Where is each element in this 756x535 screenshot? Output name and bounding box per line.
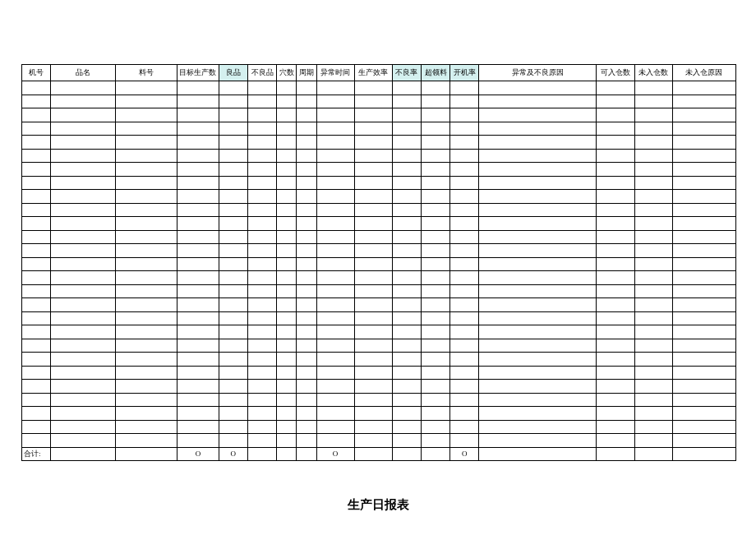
table-cell: [634, 298, 672, 312]
table-cell: [597, 393, 634, 407]
table-row: [22, 203, 736, 217]
table-cell: [297, 434, 316, 448]
totals-cell: [277, 447, 297, 461]
table-cell: [450, 339, 479, 353]
totals-cell: [392, 447, 421, 461]
table-cell: [177, 136, 219, 150]
table-cell: [22, 366, 51, 380]
table-cell: [479, 257, 597, 271]
table-cell: [22, 149, 51, 163]
table-cell: [316, 311, 354, 325]
table-cell: [219, 149, 247, 163]
table-cell: [177, 434, 219, 448]
table-cell: [277, 366, 297, 380]
table-cell: [177, 325, 219, 339]
table-cell: [392, 217, 421, 231]
table-cell: [597, 366, 634, 380]
table-cell: [354, 434, 392, 448]
table-cell: [116, 393, 177, 407]
table-cell: [219, 420, 247, 434]
table-cell: [392, 298, 421, 312]
table-cell: [51, 311, 116, 325]
table-cell: [247, 380, 276, 394]
table-cell: [116, 420, 177, 434]
table-cell: [177, 230, 219, 244]
table-cell: [116, 339, 177, 353]
table-cell: [247, 136, 276, 150]
table-cell: [479, 95, 597, 108]
table-cell: [297, 298, 316, 312]
table-cell: [479, 122, 597, 136]
table-cell: [297, 339, 316, 353]
table-cell: [316, 407, 354, 421]
table-cell: [177, 271, 219, 285]
table-cell: [597, 122, 634, 136]
table-cell: [277, 176, 297, 190]
table-row: [22, 108, 736, 122]
table-cell: [177, 149, 219, 163]
table-cell: [597, 230, 634, 244]
table-cell: [177, 311, 219, 325]
table-cell: [247, 407, 276, 421]
table-cell: [277, 163, 297, 177]
table-cell: [450, 149, 479, 163]
table-cell: [392, 230, 421, 244]
table-cell: [392, 380, 421, 394]
table-cell: [422, 190, 450, 204]
table-cell: [354, 244, 392, 258]
table-cell: [392, 136, 421, 150]
table-cell: [392, 366, 421, 380]
table-cell: [177, 393, 219, 407]
table-cell: [116, 325, 177, 339]
table-cell: [219, 380, 247, 394]
table-cell: [634, 339, 672, 353]
table-cell: [297, 407, 316, 421]
table-cell: [219, 271, 247, 285]
table-cell: [277, 81, 297, 95]
table-cell: [219, 217, 247, 231]
table-cell: [316, 95, 354, 108]
table-cell: [219, 434, 247, 448]
table-cell: [177, 380, 219, 394]
table-cell: [634, 257, 672, 271]
table-cell: [479, 284, 597, 298]
table-cell: [479, 149, 597, 163]
totals-cell: [297, 447, 316, 461]
table-cell: [422, 434, 450, 448]
table-cell: [672, 271, 735, 285]
table-cell: [422, 163, 450, 177]
table-cell: [479, 190, 597, 204]
table-cell: [247, 176, 276, 190]
table-cell: [247, 420, 276, 434]
table-cell: [177, 407, 219, 421]
header-cycle: 周期: [297, 65, 316, 81]
table-cell: [354, 420, 392, 434]
table-cell: [634, 176, 672, 190]
table-cell: [479, 434, 597, 448]
table-cell: [479, 136, 597, 150]
table-cell: [116, 95, 177, 108]
table-cell: [51, 393, 116, 407]
table-cell: [422, 244, 450, 258]
table-row: [22, 190, 736, 204]
table-cell: [51, 190, 116, 204]
table-cell: [247, 434, 276, 448]
table-cell: [450, 122, 479, 136]
table-cell: [177, 190, 219, 204]
table-cell: [116, 190, 177, 204]
table-cell: [247, 230, 276, 244]
table-row: [22, 271, 736, 285]
table-cell: [392, 407, 421, 421]
table-cell: [392, 176, 421, 190]
table-cell: [316, 81, 354, 95]
table-cell: [597, 136, 634, 150]
table-cell: [51, 353, 116, 367]
table-cell: [597, 190, 634, 204]
table-cell: [22, 339, 51, 353]
table-cell: [316, 353, 354, 367]
table-cell: [316, 203, 354, 217]
table-cell: [51, 298, 116, 312]
table-cell: [450, 257, 479, 271]
table-cell: [219, 311, 247, 325]
table-cell: [177, 122, 219, 136]
